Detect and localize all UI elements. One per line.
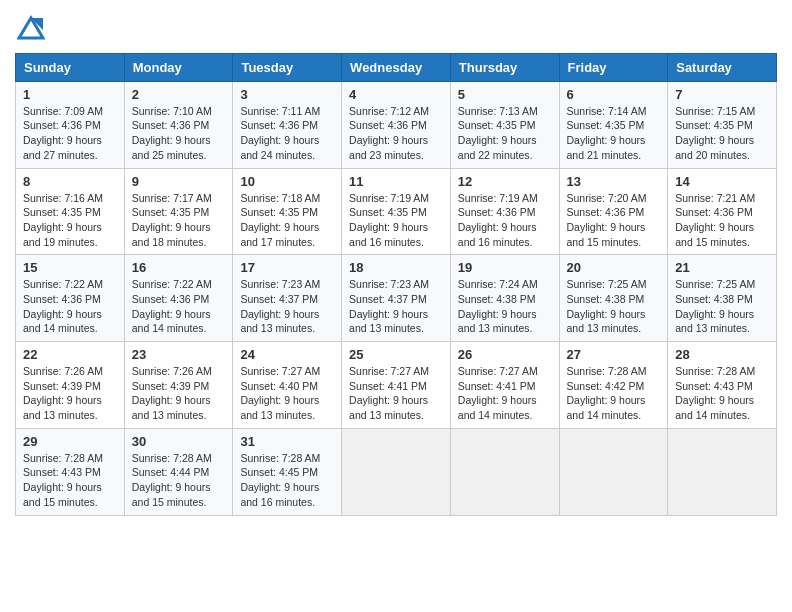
sunset-time: 4:45 PM (279, 466, 318, 478)
sunset-time: 4:39 PM (170, 380, 209, 392)
sunrise-time: 7:09 AM (64, 105, 103, 117)
sunrise-time: 7:25 AM (608, 278, 647, 290)
day-number: 14 (675, 174, 769, 189)
daylight-label: Daylight: (23, 308, 67, 320)
day-number: 23 (132, 347, 226, 362)
sunrise-time: 7:28 AM (282, 452, 321, 464)
daylight-label: Daylight: (240, 394, 284, 406)
calendar-cell (450, 428, 559, 515)
day-info: Sunrise: 7:13 AM Sunset: 4:35 PM Dayligh… (458, 104, 552, 163)
sunset-label: Sunset: (349, 206, 388, 218)
sunrise-time: 7:25 AM (717, 278, 756, 290)
sunrise-time: 7:14 AM (608, 105, 647, 117)
sunrise-label: Sunrise: (23, 365, 64, 377)
sunrise-time: 7:28 AM (173, 452, 212, 464)
calendar-cell: 4 Sunrise: 7:12 AM Sunset: 4:36 PM Dayli… (342, 81, 451, 168)
calendar-cell: 1 Sunrise: 7:09 AM Sunset: 4:36 PM Dayli… (16, 81, 125, 168)
sunset-label: Sunset: (458, 119, 497, 131)
sunrise-label: Sunrise: (132, 192, 173, 204)
day-info: Sunrise: 7:28 AM Sunset: 4:43 PM Dayligh… (675, 364, 769, 423)
day-info: Sunrise: 7:27 AM Sunset: 4:40 PM Dayligh… (240, 364, 334, 423)
daylight-label: Daylight: (567, 394, 611, 406)
day-info: Sunrise: 7:11 AM Sunset: 4:36 PM Dayligh… (240, 104, 334, 163)
sunset-time: 4:41 PM (388, 380, 427, 392)
sunset-time: 4:35 PM (388, 206, 427, 218)
day-number: 11 (349, 174, 443, 189)
day-info: Sunrise: 7:24 AM Sunset: 4:38 PM Dayligh… (458, 277, 552, 336)
daylight-label: Daylight: (132, 308, 176, 320)
sunset-label: Sunset: (458, 380, 497, 392)
daylight-label: Daylight: (240, 134, 284, 146)
calendar-cell: 21 Sunrise: 7:25 AM Sunset: 4:38 PM Dayl… (668, 255, 777, 342)
calendar-cell: 14 Sunrise: 7:21 AM Sunset: 4:36 PM Dayl… (668, 168, 777, 255)
day-info: Sunrise: 7:28 AM Sunset: 4:42 PM Dayligh… (567, 364, 661, 423)
daylight-label: Daylight: (349, 394, 393, 406)
day-info: Sunrise: 7:19 AM Sunset: 4:36 PM Dayligh… (458, 191, 552, 250)
day-number: 27 (567, 347, 661, 362)
sunset-label: Sunset: (132, 380, 171, 392)
sunrise-label: Sunrise: (567, 105, 608, 117)
sunrise-label: Sunrise: (567, 278, 608, 290)
sunset-time: 4:36 PM (714, 206, 753, 218)
day-info: Sunrise: 7:09 AM Sunset: 4:36 PM Dayligh… (23, 104, 117, 163)
calendar-cell: 28 Sunrise: 7:28 AM Sunset: 4:43 PM Dayl… (668, 342, 777, 429)
day-info: Sunrise: 7:17 AM Sunset: 4:35 PM Dayligh… (132, 191, 226, 250)
calendar-cell (559, 428, 668, 515)
day-number: 5 (458, 87, 552, 102)
day-info: Sunrise: 7:18 AM Sunset: 4:35 PM Dayligh… (240, 191, 334, 250)
sunset-label: Sunset: (458, 293, 497, 305)
sunset-label: Sunset: (675, 119, 714, 131)
sunrise-label: Sunrise: (349, 365, 390, 377)
sunrise-time: 7:23 AM (391, 278, 430, 290)
sunrise-label: Sunrise: (132, 365, 173, 377)
daylight-label: Daylight: (23, 394, 67, 406)
sunset-label: Sunset: (23, 293, 62, 305)
sunrise-time: 7:22 AM (64, 278, 103, 290)
daylight-label: Daylight: (458, 134, 502, 146)
sunrise-label: Sunrise: (675, 192, 716, 204)
sunset-label: Sunset: (240, 380, 279, 392)
day-number: 31 (240, 434, 334, 449)
day-info: Sunrise: 7:10 AM Sunset: 4:36 PM Dayligh… (132, 104, 226, 163)
sunrise-label: Sunrise: (240, 452, 281, 464)
sunset-time: 4:36 PM (388, 119, 427, 131)
day-number: 29 (23, 434, 117, 449)
calendar-cell: 8 Sunrise: 7:16 AM Sunset: 4:35 PM Dayli… (16, 168, 125, 255)
sunrise-time: 7:13 AM (499, 105, 538, 117)
sunset-time: 4:35 PM (714, 119, 753, 131)
calendar-week-row: 8 Sunrise: 7:16 AM Sunset: 4:35 PM Dayli… (16, 168, 777, 255)
logo (15, 14, 45, 47)
day-number: 12 (458, 174, 552, 189)
day-number: 1 (23, 87, 117, 102)
day-info: Sunrise: 7:14 AM Sunset: 4:35 PM Dayligh… (567, 104, 661, 163)
sunset-label: Sunset: (567, 293, 606, 305)
sunrise-time: 7:11 AM (282, 105, 321, 117)
day-info: Sunrise: 7:27 AM Sunset: 4:41 PM Dayligh… (458, 364, 552, 423)
sunrise-label: Sunrise: (567, 365, 608, 377)
day-number: 4 (349, 87, 443, 102)
weekday-header-monday: Monday (124, 53, 233, 81)
daylight-label: Daylight: (240, 481, 284, 493)
sunset-time: 4:36 PM (605, 206, 644, 218)
day-info: Sunrise: 7:25 AM Sunset: 4:38 PM Dayligh… (675, 277, 769, 336)
sunset-label: Sunset: (240, 119, 279, 131)
calendar-cell: 22 Sunrise: 7:26 AM Sunset: 4:39 PM Dayl… (16, 342, 125, 429)
daylight-label: Daylight: (458, 221, 502, 233)
sunset-time: 4:35 PM (279, 206, 318, 218)
day-info: Sunrise: 7:22 AM Sunset: 4:36 PM Dayligh… (23, 277, 117, 336)
sunrise-time: 7:28 AM (608, 365, 647, 377)
sunrise-label: Sunrise: (567, 192, 608, 204)
daylight-label: Daylight: (23, 221, 67, 233)
calendar-cell: 17 Sunrise: 7:23 AM Sunset: 4:37 PM Dayl… (233, 255, 342, 342)
sunset-label: Sunset: (458, 206, 497, 218)
sunset-label: Sunset: (675, 293, 714, 305)
sunrise-time: 7:10 AM (173, 105, 212, 117)
calendar-cell: 15 Sunrise: 7:22 AM Sunset: 4:36 PM Dayl… (16, 255, 125, 342)
sunset-time: 4:35 PM (62, 206, 101, 218)
sunset-label: Sunset: (349, 293, 388, 305)
sunset-label: Sunset: (23, 119, 62, 131)
sunset-time: 4:36 PM (62, 293, 101, 305)
weekday-header-sunday: Sunday (16, 53, 125, 81)
sunset-time: 4:35 PM (605, 119, 644, 131)
sunset-label: Sunset: (240, 466, 279, 478)
